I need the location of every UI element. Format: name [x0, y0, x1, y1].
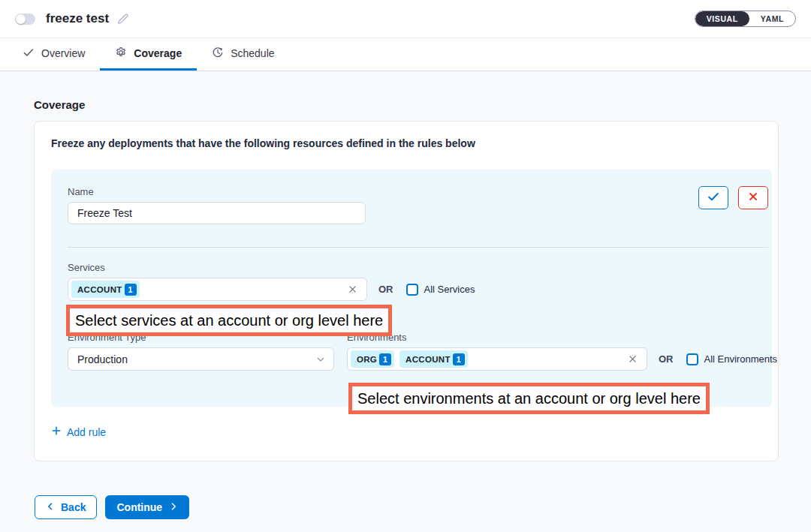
cancel-rule-button[interactable]	[738, 186, 768, 209]
rule-panel: Name Services ACCOUNT	[51, 170, 772, 407]
environment-type-select[interactable]: Production	[68, 347, 334, 371]
tab-schedule[interactable]: Schedule	[197, 38, 289, 71]
view-mode-toggle: VISUAL YAML	[695, 11, 796, 27]
environment-tag-account: ACCOUNT 1	[399, 350, 468, 368]
services-row: ACCOUNT 1 OR All Services	[68, 278, 768, 301]
tag-label: ORG	[357, 355, 377, 364]
tab-overview[interactable]: Overview	[8, 38, 100, 71]
add-rule-label: Add rule	[67, 426, 106, 438]
environments-multiselect[interactable]: ORG 1 ACCOUNT 1	[347, 347, 647, 371]
tag-label: ACCOUNT	[77, 285, 122, 294]
environment-type-field: Environment Type Production	[68, 332, 334, 371]
plus-icon	[51, 425, 62, 438]
rule-name-input[interactable]	[68, 202, 366, 224]
chevron-left-icon	[46, 501, 55, 513]
tag-label: ACCOUNT	[406, 355, 451, 364]
or-separator: OR	[378, 284, 393, 295]
services-label: Services	[68, 262, 768, 273]
confirm-rule-button[interactable]	[698, 186, 728, 209]
chevron-right-icon	[169, 501, 178, 513]
all-services-label: All Services	[424, 284, 475, 295]
tag-count-badge: 1	[379, 353, 391, 365]
back-label: Back	[61, 501, 86, 513]
page-title: freeze test	[46, 11, 109, 26]
back-button[interactable]: Back	[35, 495, 97, 519]
rule-name-field: Name	[68, 186, 366, 224]
continue-label: Continue	[116, 501, 162, 513]
clear-services-icon[interactable]	[348, 284, 357, 294]
all-services-checkbox[interactable]	[406, 284, 418, 296]
rule-name-row: Name	[68, 186, 768, 224]
environment-tag-org: ORG 1	[351, 350, 394, 368]
close-icon	[747, 191, 759, 205]
tab-bar: Overview Coverage Schedule	[0, 38, 811, 71]
rule-actions	[698, 186, 768, 209]
tag-count-badge: 1	[125, 284, 137, 296]
service-tag-account: ACCOUNT 1	[71, 281, 140, 298]
or-separator: OR	[659, 353, 674, 365]
tab-coverage[interactable]: Coverage	[100, 38, 197, 71]
panel-divider	[68, 247, 768, 248]
toggle-knob	[16, 14, 26, 24]
page-header: freeze test VISUAL YAML	[0, 0, 811, 38]
tab-label: Schedule	[231, 47, 274, 59]
yaml-toggle-button[interactable]: YAML	[749, 11, 795, 26]
wizard-footer: Back Continue	[35, 495, 779, 519]
schedule-clock-icon	[212, 47, 224, 61]
annotation-environments: Select environments at an account or org…	[348, 383, 710, 414]
chevron-down-icon	[315, 354, 326, 365]
environments-field: Environments ORG 1 ACCOUNT 1	[347, 332, 777, 371]
tab-label: Overview	[41, 47, 85, 59]
environments-row: ORG 1 ACCOUNT 1 OR	[347, 347, 777, 371]
all-environments-label: All Environments	[704, 353, 778, 365]
selected-option: Production	[77, 353, 128, 365]
tab-label: Coverage	[134, 47, 182, 59]
annotation-services: Select services at an account or org lev…	[66, 305, 392, 336]
tag-count-badge: 1	[453, 353, 465, 365]
environments-label: Environments	[347, 332, 777, 343]
freeze-enable-toggle[interactable]	[15, 14, 35, 25]
environment-row: Environment Type Production Environments…	[68, 332, 768, 371]
continue-button[interactable]: Continue	[105, 495, 189, 519]
clear-environments-icon[interactable]	[628, 354, 638, 364]
add-rule-link[interactable]: Add rule	[51, 425, 106, 438]
name-label: Name	[68, 186, 366, 197]
check-icon	[23, 47, 35, 61]
all-environments-checkbox[interactable]	[686, 353, 698, 365]
visual-toggle-button[interactable]: VISUAL	[695, 11, 749, 26]
gear-icon	[115, 47, 127, 61]
check-icon	[707, 190, 720, 206]
content-area: Coverage Freeze any deployments that hav…	[0, 71, 811, 519]
card-description: Freeze any deployments that have the fol…	[51, 137, 772, 149]
edit-title-icon[interactable]	[116, 13, 129, 26]
section-heading: Coverage	[34, 98, 779, 111]
services-multiselect[interactable]: ACCOUNT 1	[68, 278, 367, 301]
